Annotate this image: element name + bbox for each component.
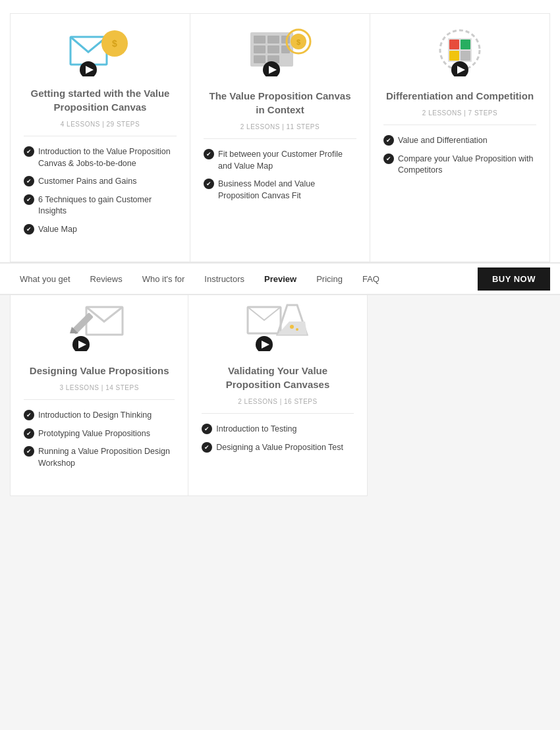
- envelope-coin-icon: $: [67, 27, 133, 76]
- lesson-item: Introduction to Testing: [202, 424, 353, 435]
- lesson-item: 6 Techniques to gain Customer Insights: [24, 194, 177, 217]
- nav-link-what-you-get[interactable]: What you get: [10, 262, 80, 295]
- buy-now-button[interactable]: BUY NOW: [478, 267, 550, 291]
- pencil-envelope-icon: [67, 302, 132, 351]
- card-title-2: The Value Proposition Canvas in Context: [204, 89, 356, 117]
- test-tubes-icon: [244, 302, 310, 351]
- bottom-card-title-2: Validating Your Value Proposition Canvas…: [202, 364, 353, 391]
- course-card-bottom-1: Designing Value Propositions 3 LESSONS |…: [10, 295, 188, 496]
- card-divider-2: [204, 138, 356, 139]
- card-meta-1: 4 LESSONS | 29 STEPS: [24, 121, 177, 128]
- lesson-item: Fit between your Customer Profile and Va…: [204, 149, 356, 172]
- svg-rect-23: [449, 51, 459, 61]
- card-icon-area-1: $: [24, 27, 177, 76]
- svg-point-35: [290, 325, 294, 329]
- bottom-card-icon-2: [244, 302, 310, 354]
- card-icon-2: $: [247, 27, 313, 79]
- bottom-cards-row: Designing Value Propositions 3 LESSONS |…: [10, 295, 550, 496]
- svg-rect-21: [449, 40, 459, 49]
- page-wrapper: $ Getting started with the Value Proposi…: [0, 0, 560, 516]
- lesson-item: Value and Differentiation: [383, 135, 536, 147]
- sticky-navigation: What you get Reviews Who it's for Instru…: [0, 262, 560, 295]
- bottom-card-divider-1: [24, 399, 175, 400]
- dashed-circle-icon: [427, 27, 493, 76]
- card-divider-1: [24, 136, 177, 136]
- lesson-item: Introduction to the Value Proposition Ca…: [24, 146, 177, 169]
- svg-rect-6: [254, 36, 266, 43]
- nav-link-instructors[interactable]: Instructors: [194, 262, 254, 295]
- card-meta-2: 2 LESSONS | 11 STEPS: [204, 123, 356, 130]
- card-lessons-3: Value and Differentiation Compare your V…: [383, 135, 536, 183]
- grid-icon: $: [247, 27, 313, 76]
- lesson-item: Running a Value Proposition Design Works…: [24, 446, 175, 469]
- card-icon-area-2: $: [204, 27, 356, 79]
- nav-links-container: What you get Reviews Who it's for Instru…: [10, 262, 478, 295]
- bottom-card-title-1: Designing Value Propositions: [24, 364, 175, 378]
- top-cards-section: $ Getting started with the Value Proposi…: [0, 0, 560, 262]
- bottom-card-meta-1: 3 LESSONS | 14 STEPS: [24, 384, 175, 391]
- svg-text:$: $: [112, 38, 117, 49]
- card-icon-3: [427, 27, 493, 79]
- bottom-cards-section: Designing Value Propositions 3 LESSONS |…: [0, 295, 560, 516]
- bottom-card-icon-1: [67, 302, 132, 354]
- lesson-item: Customer Pains and Gains: [24, 176, 177, 188]
- card-divider-3: [383, 125, 536, 125]
- card-title-3: Differentiation and Competition: [383, 89, 536, 103]
- lesson-item: Value Map: [24, 224, 177, 236]
- bottom-card-lessons-2: Introduction to Testing Designing a Valu…: [202, 424, 353, 460]
- bottom-card-icon-area-1: [24, 302, 175, 354]
- nav-link-faq[interactable]: FAQ: [352, 262, 389, 295]
- card-title-1: Getting started with the Value Propositi…: [24, 86, 177, 114]
- top-cards-row: $ Getting started with the Value Proposi…: [10, 13, 550, 262]
- lesson-item: Prototyping Value Propositions: [24, 428, 175, 440]
- svg-rect-7: [267, 36, 279, 43]
- svg-rect-12: [254, 55, 266, 63]
- lesson-item: Introduction to Design Thinking: [24, 410, 175, 422]
- card-lessons-1: Introduction to the Value Proposition Ca…: [24, 146, 177, 242]
- svg-rect-24: [461, 51, 470, 61]
- svg-rect-10: [267, 45, 279, 53]
- svg-text:$: $: [296, 38, 300, 46]
- course-card-bottom-2: Validating Your Value Proposition Canvas…: [188, 295, 367, 496]
- bottom-card-meta-2: 2 LESSONS | 16 STEPS: [202, 398, 353, 405]
- nav-link-pricing[interactable]: Pricing: [306, 262, 352, 295]
- course-card-2: $ The Value Proposition Canvas in Contex…: [190, 14, 370, 262]
- course-card-3: Differentiation and Competition 2 LESSON…: [370, 14, 550, 262]
- card-icon-area-3: [383, 27, 536, 79]
- card-lessons-2: Fit between your Customer Profile and Va…: [204, 149, 356, 208]
- svg-rect-22: [461, 40, 470, 49]
- bottom-card-divider-2: [202, 413, 353, 414]
- nav-link-preview[interactable]: Preview: [254, 262, 306, 295]
- bottom-card-icon-area-2: [202, 302, 353, 354]
- lesson-item: Business Model and Value Proposition Can…: [204, 179, 356, 202]
- course-card-1: $ Getting started with the Value Proposi…: [10, 14, 190, 262]
- card-meta-3: 2 LESSONS | 7 STEPS: [383, 109, 536, 117]
- svg-rect-9: [254, 45, 266, 53]
- bottom-card-lessons-1: Introduction to Design Thinking Prototyp…: [24, 410, 175, 476]
- card-icon-1: $: [67, 27, 133, 76]
- nav-link-reviews[interactable]: Reviews: [80, 262, 132, 295]
- lesson-item: Compare your Value Proposition with Comp…: [383, 154, 536, 177]
- lesson-item: Designing a Value Proposition Test: [202, 442, 353, 454]
- nav-link-who-its-for[interactable]: Who it's for: [132, 262, 195, 295]
- svg-point-36: [296, 328, 298, 331]
